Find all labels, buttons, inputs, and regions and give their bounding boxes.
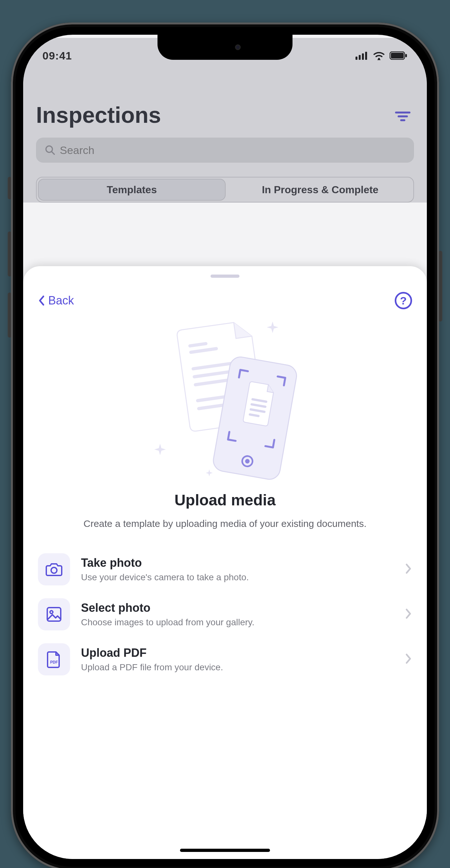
upload-media-sheet: Back ? <box>23 266 427 859</box>
svg-rect-7 <box>405 54 407 57</box>
option-desc: Upload a PDF file from your device. <box>81 662 394 673</box>
phone-frame: 09:41 Inspections <box>0 13 450 868</box>
image-icon <box>38 598 70 630</box>
camera-icon <box>38 553 70 585</box>
cellular-icon <box>355 52 368 60</box>
tab-bar: Templates In Progress & Complete <box>36 177 414 203</box>
svg-text:PDF: PDF <box>50 660 58 664</box>
sparkle-icon <box>206 469 213 476</box>
option-upload-pdf[interactable]: PDF Upload PDF Upload a PDF file from yo… <box>38 643 412 676</box>
sheet-title: Upload media <box>38 491 412 509</box>
svg-point-4 <box>378 58 380 60</box>
search-input[interactable] <box>36 137 414 163</box>
wifi-icon <box>373 51 385 60</box>
option-title: Select photo <box>81 601 394 615</box>
sparkle-icon <box>267 321 278 333</box>
svg-rect-3 <box>365 52 367 60</box>
search-field[interactable] <box>60 144 405 157</box>
chevron-right-icon <box>405 653 412 666</box>
svg-rect-1 <box>359 55 361 60</box>
option-title: Take photo <box>81 556 394 570</box>
status-icons <box>355 51 408 60</box>
option-select-photo[interactable]: Select photo Choose images to upload fro… <box>38 598 412 630</box>
svg-point-29 <box>50 611 53 613</box>
svg-rect-6 <box>391 53 404 59</box>
upload-options: Take photo Use your device's camera to t… <box>38 553 412 676</box>
home-indicator[interactable] <box>180 849 270 852</box>
sheet-grabber[interactable] <box>211 275 239 278</box>
search-icon <box>45 145 55 155</box>
option-desc: Choose images to upload from your galler… <box>81 617 394 627</box>
option-title: Upload PDF <box>81 646 394 660</box>
sheet-subtitle: Create a template by uploading media of … <box>57 517 393 531</box>
option-desc: Use your device's camera to take a photo… <box>81 572 394 583</box>
chevron-right-icon <box>405 563 412 576</box>
page-title: Inspections <box>36 102 414 128</box>
svg-rect-2 <box>362 53 364 60</box>
pdf-file-icon: PDF <box>38 643 70 676</box>
sparkle-icon <box>154 444 166 455</box>
chevron-left-icon <box>38 295 45 306</box>
upload-illustration <box>135 318 315 486</box>
back-button[interactable]: Back <box>38 294 74 307</box>
tab-templates[interactable]: Templates <box>38 179 226 200</box>
svg-rect-28 <box>47 608 61 621</box>
svg-line-12 <box>52 152 54 154</box>
inspections-page: Inspections Templates In Progress & Comp… <box>23 102 427 203</box>
chevron-right-icon <box>405 608 412 621</box>
filter-icon[interactable] <box>395 110 411 124</box>
status-time: 09:41 <box>42 50 72 62</box>
help-button[interactable]: ? <box>395 292 412 309</box>
notch <box>158 35 292 60</box>
tab-in-progress[interactable]: In Progress & Complete <box>227 178 413 202</box>
battery-icon <box>390 52 408 60</box>
question-icon: ? <box>400 294 407 307</box>
option-take-photo[interactable]: Take photo Use your device's camera to t… <box>38 553 412 585</box>
screen: 09:41 Inspections <box>23 35 427 859</box>
back-label: Back <box>48 294 74 307</box>
svg-point-27 <box>51 567 57 573</box>
svg-rect-0 <box>355 57 357 60</box>
